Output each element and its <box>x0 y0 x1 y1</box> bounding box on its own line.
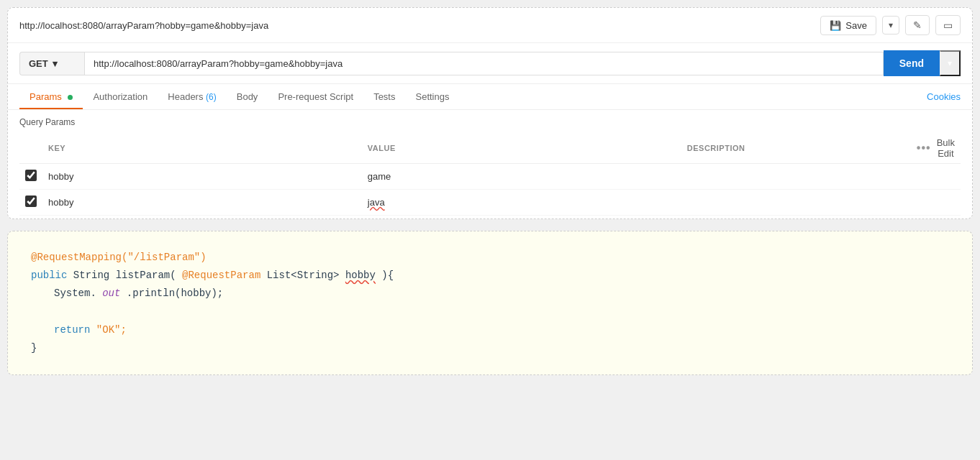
tab-tests-label: Tests <box>373 91 395 102</box>
row1-actions <box>911 164 961 190</box>
row2-value: java <box>362 190 681 216</box>
row2-actions <box>911 190 961 216</box>
comment-icon: ▭ <box>943 19 953 31</box>
tab-body-label: Body <box>237 91 258 102</box>
table-row: hobby game <box>19 164 961 190</box>
method-label: GET <box>29 58 48 69</box>
return-value: "OK"; <box>96 324 127 336</box>
tab-params-label: Params <box>30 91 62 102</box>
row2-checkbox-cell <box>19 190 42 216</box>
code-line-4 <box>31 303 949 321</box>
tab-tests[interactable]: Tests <box>363 84 405 109</box>
tab-authorization[interactable]: Authorization <box>83 84 158 109</box>
col-key-header: KEY <box>42 133 362 164</box>
col-checkbox <box>19 133 42 164</box>
keyword-public: public <box>31 270 67 281</box>
param-type: List<String> <box>267 270 345 281</box>
row2-checkbox[interactable] <box>25 196 37 207</box>
return-type: String listParam( <box>73 270 176 281</box>
title-actions: 💾 Save ▾ ✎ ▭ <box>820 15 961 35</box>
col-actions-header: ••• Bulk Edit <box>911 133 961 164</box>
col-desc-header: DESCRIPTION <box>681 133 911 164</box>
table-row: hobby java <box>19 190 961 216</box>
chevron-down-icon: ▾ <box>889 20 893 30</box>
code-line-3: System. out .println(hobby); <box>31 285 949 303</box>
bulk-edit-button[interactable]: Bulk Edit <box>937 137 955 159</box>
url-input[interactable] <box>84 52 884 75</box>
save-icon: 💾 <box>830 20 841 31</box>
tab-headers-label: Headers <box>168 91 206 102</box>
save-label: Save <box>845 20 867 31</box>
save-dropdown-button[interactable]: ▾ <box>882 16 899 34</box>
tab-prerequest[interactable]: Pre-request Script <box>268 84 363 109</box>
code-line-5: return "OK"; <box>31 321 949 339</box>
row2-key: hobby <box>42 190 362 216</box>
code-line-2: public String listParam( @RequestParam L… <box>31 267 949 285</box>
send-button-group: Send ▾ <box>884 50 961 76</box>
cookies-link[interactable]: Cookies <box>927 84 961 109</box>
url-bar: GET ▾ Send ▾ <box>8 43 972 84</box>
code-panel: @RequestMapping("/listParam") public Str… <box>7 231 973 375</box>
comment-button[interactable]: ▭ <box>935 15 961 35</box>
edit-icon: ✎ <box>913 19 922 31</box>
send-dropdown-button[interactable]: ▾ <box>940 50 961 76</box>
tabs-bar: Params Authorization Headers KEY (6) Bod… <box>8 84 972 110</box>
annotation-requestparam: @RequestParam <box>182 270 260 281</box>
system-class: System. <box>54 288 96 299</box>
method-select[interactable]: GET ▾ <box>19 52 84 75</box>
keyword-return: return <box>54 324 90 336</box>
row2-value-text: java <box>368 197 385 208</box>
params-table-header: KEY VALUE DESCRIPTION ••• Bulk Edit <box>19 133 961 164</box>
row1-key: hobby <box>42 164 362 190</box>
method-close: ){ <box>381 270 394 281</box>
bulk-edit-area: ••• Bulk Edit <box>917 137 955 159</box>
param-name: hobby <box>345 270 376 281</box>
params-dot <box>68 95 73 100</box>
save-button[interactable]: 💾 Save <box>820 16 876 35</box>
closing-brace: } <box>31 342 37 354</box>
out-field: out <box>102 288 120 299</box>
tab-settings[interactable]: Settings <box>405 84 459 109</box>
row1-desc <box>681 164 911 190</box>
send-button[interactable]: Send <box>884 51 940 75</box>
tab-authorization-label: Authorization <box>93 91 148 102</box>
row1-checkbox-cell <box>19 164 42 190</box>
edit-button[interactable]: ✎ <box>905 15 930 35</box>
send-arrow-icon: ▾ <box>948 58 952 68</box>
row2-desc <box>681 190 911 216</box>
tab-headers[interactable]: Headers KEY (6) <box>158 84 226 109</box>
code-line-1: @RequestMapping("/listParam") <box>31 249 949 267</box>
row1-value: game <box>362 164 681 190</box>
title-url: http://localhost:8080/arrayParam?hobby=g… <box>19 20 268 31</box>
headers-count: (6) <box>206 92 217 102</box>
tab-params[interactable]: Params <box>19 84 83 109</box>
annotation-requestmapping: @RequestMapping("/listParam") <box>31 252 207 263</box>
println-call: .println(hobby); <box>127 288 223 299</box>
send-label: Send <box>899 58 924 69</box>
query-params-section: Query Params KEY VALUE DESCRIPTION <box>8 110 972 218</box>
request-panel: http://localhost:8080/arrayParam?hobby=g… <box>7 7 973 219</box>
tab-body[interactable]: Body <box>227 84 268 109</box>
row1-checkbox[interactable] <box>25 170 37 181</box>
method-dropdown-icon: ▾ <box>53 58 58 69</box>
tab-settings-label: Settings <box>415 91 449 102</box>
title-bar: http://localhost:8080/arrayParam?hobby=g… <box>8 8 972 43</box>
section-title: Query Params <box>19 117 961 127</box>
code-line-6: } <box>31 339 949 357</box>
col-value-header: VALUE <box>362 133 681 164</box>
tab-prerequest-label: Pre-request Script <box>278 91 353 102</box>
params-table: KEY VALUE DESCRIPTION ••• Bulk Edit <box>19 133 961 216</box>
more-options-icon[interactable]: ••• <box>917 142 931 155</box>
